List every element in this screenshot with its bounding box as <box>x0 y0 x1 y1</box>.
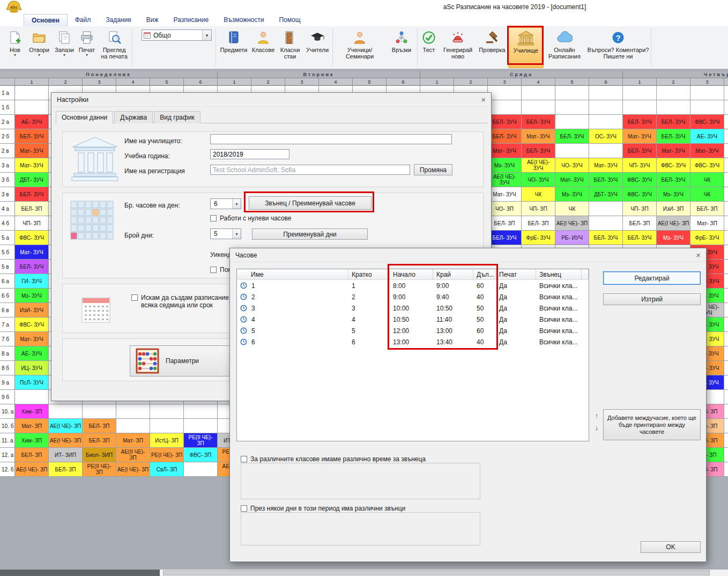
class-row-label[interactable]: 8 б <box>0 361 15 375</box>
timetable-cell[interactable]: БЕЛ- ЗП <box>15 202 49 216</box>
toolbar-teachers-button[interactable]: Учители <box>303 27 331 68</box>
timetable-cell[interactable]: Мат- ЗУЧ <box>522 129 555 144</box>
timetable-cell[interactable]: ФВС- ЗУЧ <box>623 187 657 202</box>
timetable-cell[interactable]: БЕЛ- ЗУЧ <box>488 231 522 245</box>
timetable-cell[interactable]: АЕ(I ЧЕ)- ЗУЧ <box>488 173 522 187</box>
class-row-label[interactable]: 11. а <box>0 433 15 448</box>
timetable-cell[interactable]: Мат- ЗУЧ <box>690 144 724 158</box>
timetable-cell[interactable]: АЕ(I ЧЕ)- ЗП <box>49 419 83 433</box>
timetable-cell[interactable]: АЕ- ЗУЧ <box>15 346 49 361</box>
timetable-cell[interactable] <box>83 404 116 419</box>
hours-row[interactable]: 5512:0013:0060ДаВсички кла... <box>237 325 589 336</box>
timetable-cell[interactable] <box>589 216 623 231</box>
timetable-cell[interactable]: ЧО- ЗУЧ <box>522 173 555 187</box>
timetable-cell[interactable] <box>724 462 728 477</box>
class-row-label[interactable]: 8 а <box>0 346 15 361</box>
timetable-cell[interactable] <box>724 158 728 173</box>
timetable-cell[interactable] <box>555 86 589 100</box>
timetable-cell[interactable]: Мат- ЗУЧ <box>555 173 589 187</box>
timetable-cell[interactable]: ОС- ЗУЧ <box>589 129 623 144</box>
timetable-cell[interactable] <box>724 129 728 144</box>
timetable-cell[interactable]: Мат- ЗУЧ <box>589 158 623 173</box>
timetable-cell[interactable]: ФВС- ЗУЧ <box>15 231 49 245</box>
class-row-label[interactable]: 2 в <box>0 144 15 158</box>
timetable-cell[interactable] <box>724 390 728 404</box>
timetable-cell[interactable]: БЕЛ- ЗП <box>488 216 522 231</box>
timetable-cell[interactable] <box>724 86 728 100</box>
class-row-label[interactable]: 4 б <box>0 216 15 231</box>
timetable-cell[interactable] <box>657 100 690 115</box>
timetable-cell[interactable] <box>724 433 728 448</box>
timetable-cell[interactable]: БЕЛ- ЗУЧ <box>657 173 690 187</box>
close-icon[interactable]: × <box>473 95 486 104</box>
days-count-select[interactable]: 5 ▾ <box>210 228 241 239</box>
timetable-cell[interactable] <box>589 100 623 115</box>
timetable-cell[interactable]: Биол- ЗИП <box>83 448 116 462</box>
timetable-cell[interactable] <box>488 100 522 115</box>
timetable-cell[interactable]: ФрЕ- ЗУЧ <box>690 231 724 245</box>
hours-row[interactable]: 118:009:0060ДаВсички кла... <box>237 280 589 291</box>
timetable-cell[interactable]: ФВС- ЗП <box>184 448 218 462</box>
timetable-cell[interactable] <box>589 115 623 129</box>
chevron-down-icon[interactable]: ▾ <box>232 199 241 209</box>
timetable-cell[interactable]: ИТ- ЗИП <box>49 448 83 462</box>
timetable-cell[interactable] <box>555 115 589 129</box>
timetable-cell[interactable] <box>15 86 49 100</box>
ok-button[interactable]: OK <box>641 541 701 553</box>
timetable-cell[interactable] <box>724 100 728 115</box>
menu-tab-timetable[interactable]: Разписание <box>166 14 217 26</box>
timetable-cell[interactable]: ИЦ- ЗУЧ <box>15 361 49 375</box>
timetable-cell[interactable] <box>150 419 184 433</box>
timetable-cell[interactable] <box>116 404 150 419</box>
timetable-cell[interactable]: Мат- ЗУЧ <box>488 144 522 158</box>
scrollbar-thumb[interactable] <box>163 570 710 575</box>
timetable-cell[interactable]: БЕЛ- ЗУЧ <box>555 129 589 144</box>
class-row-label[interactable]: 10. б <box>0 419 15 433</box>
timetable-cell[interactable]: РЕ(II ЧЕ)- ЗП <box>184 433 218 448</box>
timetable-cell[interactable]: АЕ- ЗУЧ <box>15 115 49 129</box>
timetable-cell[interactable]: Мат- ЗУЧ <box>15 332 49 346</box>
timetable-cell[interactable]: БЕЛ- ЗУЧ <box>657 129 690 144</box>
timetable-cell[interactable] <box>724 332 728 346</box>
class-row-label[interactable]: 6 а <box>0 274 15 289</box>
close-icon[interactable]: × <box>688 250 701 260</box>
timetable-cell[interactable] <box>724 361 728 375</box>
timetable-cell[interactable]: ФВС- ЗУЧ <box>657 158 690 173</box>
timetable-cell[interactable] <box>724 375 728 390</box>
timetable-cell[interactable] <box>690 100 724 115</box>
timetable-cell[interactable]: ГИ- ЗУЧ <box>15 274 49 289</box>
menu-tab-options[interactable]: Възможности <box>216 14 271 26</box>
timetable-cell[interactable] <box>623 86 657 100</box>
timetable-cell[interactable]: БЕЛ- ЗУЧ <box>589 231 623 245</box>
timetable-cell[interactable]: БЕЛ- ЗУЧ <box>488 115 522 129</box>
timetable-cell[interactable]: БЕЛ- ЗП <box>522 216 555 231</box>
class-row-label[interactable]: 7 б <box>0 332 15 346</box>
timetable-cell[interactable]: Мат- ЗУЧ <box>657 144 690 158</box>
class-row-label[interactable]: 6 б <box>0 289 15 303</box>
hours-row[interactable]: 3310:0010:5050ДаВсички кла... <box>237 302 589 314</box>
timetable-cell[interactable] <box>724 317 728 332</box>
timetable-cell[interactable]: ЧК <box>690 173 724 187</box>
class-row-label[interactable]: 1 б <box>0 100 15 115</box>
toolbar-verify-button[interactable]: Проверка <box>477 27 507 68</box>
timetable-cell[interactable] <box>724 187 728 202</box>
add-break-button[interactable]: Добавете междучасие, което ще бъде принт… <box>603 409 701 440</box>
class-row-label[interactable]: 9 а <box>0 375 15 390</box>
hours-row[interactable]: 6613:0013:4040ДаВсички кла... <box>237 336 589 348</box>
timetable-cell[interactable]: ФВС- ЗУЧ <box>690 115 724 129</box>
rename-days-button[interactable]: Преименувай дни <box>252 228 368 240</box>
toolbar-classes-button[interactable]: Класове <box>250 27 277 68</box>
toolbar-save-button[interactable]: Запази▾ <box>53 27 76 68</box>
timetable-cell[interactable] <box>623 100 657 115</box>
timetable-cell[interactable]: Мат- ЗУЧ <box>15 245 49 260</box>
timetable-cell[interactable]: АЕ(I ЧЕ)- ЗП <box>49 433 83 448</box>
toolbar-test-button[interactable]: Тест <box>418 27 440 68</box>
different-days-checkbox[interactable]: През някои дни в този период има различн… <box>241 505 405 512</box>
toolbar-questions-comments-button[interactable]: ?Въпроси? Коментари?Пишете ни <box>585 27 651 68</box>
toolbar-print-button[interactable]: Печат▾ <box>77 27 96 68</box>
tab-view-type[interactable]: Вид график <box>154 111 200 123</box>
timetable-cell[interactable] <box>724 346 728 361</box>
timetable-cell[interactable]: ФВС- ЗУЧ <box>623 173 657 187</box>
chevron-down-icon[interactable]: ▾ <box>232 229 241 239</box>
timetable-cell[interactable]: АЕ(II ЧЕ)- ЗП <box>116 448 150 462</box>
